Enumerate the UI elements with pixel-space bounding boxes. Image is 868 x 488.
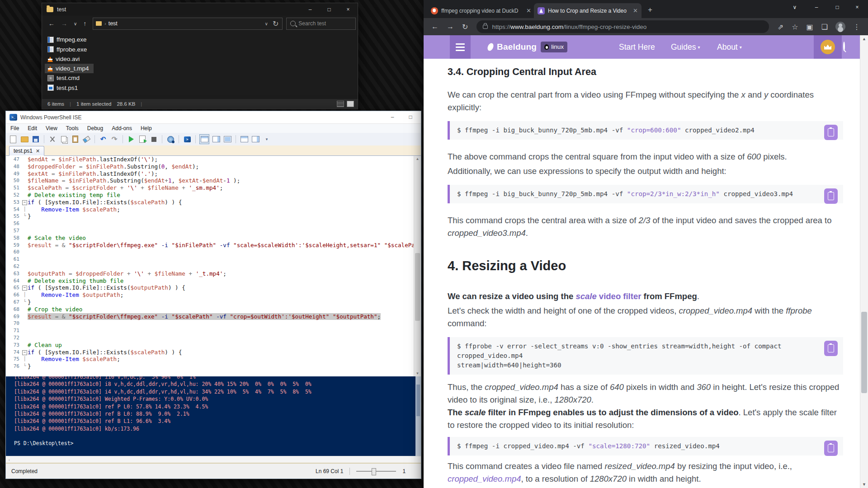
clear-console-icon[interactable] (82, 135, 91, 144)
code-line[interactable]: 70 (6, 320, 421, 327)
fold-marker[interactable]: │ (22, 356, 28, 363)
code-line[interactable]: 69$result = & "$scriptFolder\ffmpeg.exe"… (6, 313, 421, 320)
script-pane-top-icon[interactable] (199, 134, 209, 144)
fold-marker[interactable] (22, 177, 28, 184)
browser-menu-icon[interactable]: ⋮ (853, 23, 860, 31)
code-line[interactable]: 60 (6, 249, 421, 256)
site-logo[interactable]: Baeldung linux (487, 35, 567, 59)
window-menu-chevron-icon[interactable]: ∨ (785, 0, 804, 14)
minimize-button[interactable]: – (807, 0, 826, 14)
fold-marker[interactable]: − (22, 349, 28, 356)
fold-marker[interactable] (22, 327, 28, 334)
menu-addons[interactable]: Add-ons (112, 125, 132, 131)
minimize-button[interactable]: – (301, 3, 320, 16)
share-icon[interactable]: ⇗ (778, 23, 783, 31)
address-bar[interactable]: › test ∨ ↻ (93, 18, 283, 30)
new-script-icon[interactable] (9, 135, 18, 144)
code-line[interactable]: 61 (6, 256, 421, 263)
file-row[interactable]: ffprobe.exe (45, 45, 91, 54)
code-line[interactable]: 72 (6, 334, 421, 342)
inline-link[interactable]: scale (576, 291, 596, 301)
fold-marker[interactable] (22, 263, 28, 270)
reload-icon[interactable]: ↻ (462, 23, 468, 31)
fold-marker[interactable] (22, 313, 28, 320)
fold-marker[interactable] (22, 170, 28, 178)
new-remote-powershell-tab-icon[interactable] (166, 135, 175, 144)
run-script-icon[interactable] (127, 135, 136, 144)
file-row[interactable]: ffmpeg.exe (45, 35, 91, 44)
fold-marker[interactable]: └ (22, 299, 28, 306)
tab-close-icon[interactable]: ✕ (633, 7, 638, 14)
menu-edit[interactable]: Edit (28, 125, 37, 131)
code-line[interactable]: 64# Delete existing thumb file (6, 277, 421, 285)
cut-icon[interactable] (48, 135, 57, 144)
menu-tools[interactable]: Tools (66, 125, 79, 131)
fold-marker[interactable]: │ (22, 206, 28, 213)
show-script-pane-icon[interactable] (240, 135, 249, 144)
scroll-down-icon[interactable]: ▼ (414, 371, 421, 375)
linux-badge[interactable]: linux (541, 42, 567, 52)
fold-marker[interactable] (22, 163, 28, 170)
code-line[interactable]: 68# Crop the video (6, 306, 421, 313)
file-row[interactable]: test.ps1 (45, 83, 82, 93)
fold-marker[interactable]: − (22, 199, 28, 206)
maximize-button[interactable]: □ (320, 3, 339, 16)
fold-marker[interactable]: │ (22, 291, 28, 299)
back-icon[interactable]: ← (48, 20, 55, 27)
address-dropdown-chevron-icon[interactable]: ∨ (265, 21, 268, 26)
browser-tab[interactable]: ffmpeg cropping video at DuckD✕ (427, 3, 535, 18)
hamburger-menu-icon[interactable] (450, 35, 471, 59)
code-line[interactable]: 54│ Remove-Item $scalePath; (6, 206, 421, 213)
copy-code-button[interactable] (824, 188, 838, 204)
lock-icon[interactable] (483, 25, 488, 29)
fold-marker[interactable] (22, 192, 28, 199)
script-editor-pane[interactable]: 47$endAt = $inFilePath.lastIndexOf('\');… (6, 156, 421, 376)
profile-avatar[interactable] (835, 22, 845, 32)
fold-marker[interactable] (22, 342, 28, 349)
menu-view[interactable]: View (46, 125, 57, 131)
redo-icon[interactable]: ↷ (110, 135, 119, 144)
run-selection-icon[interactable] (138, 135, 147, 144)
fold-marker[interactable] (22, 227, 28, 235)
code-line[interactable]: 75│ Remove-Item $scalePath; (6, 356, 421, 363)
scroll-down-icon[interactable]: ▼ (860, 482, 868, 487)
page-scrollbar[interactable]: ▲ ▼ (860, 35, 868, 488)
console-pane[interactable]: [libx264 @ 000001ff1763a1c0] i16 v,h,dc,… (6, 376, 421, 456)
menu-help[interactable]: Help (141, 125, 152, 131)
copy-code-button[interactable] (824, 341, 838, 356)
nav-about[interactable]: About▾ (717, 35, 742, 59)
close-button[interactable]: × (848, 0, 867, 14)
file-row[interactable]: video_t.mp4 (45, 64, 94, 73)
fold-marker[interactable]: └ (22, 363, 28, 370)
console-horizontal-scrollbar[interactable]: ‹ (6, 456, 421, 463)
show-console-pane-icon[interactable] (251, 135, 260, 144)
code-line[interactable]: 52# Delete existing temp file (6, 192, 421, 199)
stop-operation-icon[interactable] (149, 135, 158, 144)
console-scrollbar[interactable] (415, 376, 421, 456)
paste-icon[interactable] (71, 135, 80, 144)
recent-locations-chevron-icon[interactable]: ∨ (74, 21, 77, 26)
zoom-slider[interactable] (356, 471, 396, 472)
fold-marker[interactable]: − (22, 284, 28, 291)
script-tab[interactable]: test.ps1 ✕ (9, 146, 44, 156)
tab-close-icon[interactable]: ✕ (36, 148, 40, 154)
code-line[interactable]: 74−if ( [System.IO.File]::Exists($scaleP… (6, 349, 421, 356)
editor-scrollbar[interactable]: ▲ ▼ (414, 156, 421, 376)
script-pane-right-icon[interactable] (212, 135, 221, 144)
scroll-up-icon[interactable]: ▲ (414, 157, 421, 161)
code-line[interactable]: 57 (6, 227, 421, 235)
inline-link[interactable]: cropped_video.mp4 (448, 474, 521, 483)
nav-start-here[interactable]: Start Here (619, 35, 655, 59)
maximize-button[interactable]: □ (403, 111, 418, 123)
code-line[interactable]: 50$fileName = $inFilePath.Substring($end… (6, 177, 421, 184)
large-icons-view-icon[interactable] (347, 101, 354, 107)
code-line[interactable]: 47$endAt = $inFilePath.lastIndexOf('\'); (6, 156, 421, 163)
fold-marker[interactable] (22, 242, 28, 249)
console-prompt[interactable]: PS D:\Desktop\test> (14, 440, 421, 447)
close-button[interactable]: × (339, 3, 358, 16)
code-line[interactable]: 49$extAt = $inFilePath.lastIndexOf('.'); (6, 170, 421, 178)
fold-marker[interactable] (22, 184, 28, 192)
bookmark-star-icon[interactable]: ☆ (792, 23, 798, 31)
undo-icon[interactable]: ↶ (99, 135, 108, 144)
forward-icon[interactable]: → (447, 23, 454, 31)
